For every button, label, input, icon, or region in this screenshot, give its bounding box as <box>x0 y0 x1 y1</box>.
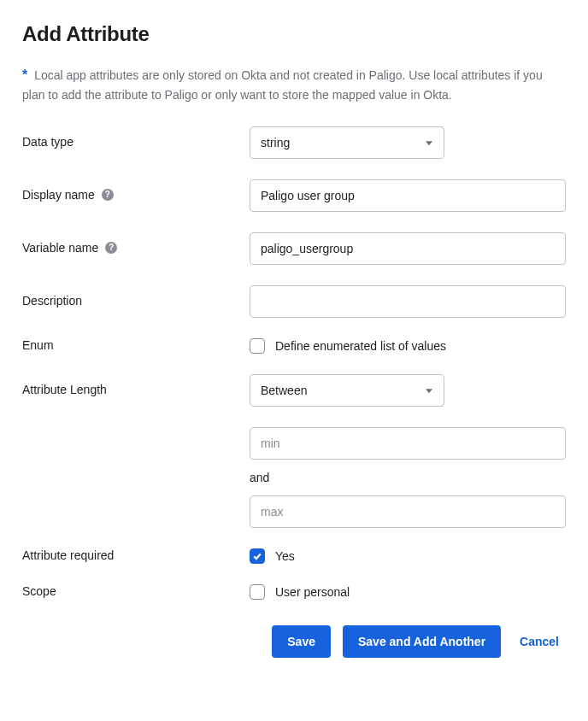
info-message: * Local app attributes are only stored o… <box>22 65 566 104</box>
checkmark-icon <box>252 551 262 561</box>
info-text: Local app attributes are only stored on … <box>22 68 543 102</box>
variable-name-input[interactable] <box>250 232 566 265</box>
cancel-button[interactable]: Cancel <box>513 625 566 658</box>
display-name-label: Display name ? <box>22 179 250 202</box>
help-icon[interactable]: ? <box>105 242 117 254</box>
data-type-select[interactable]: string <box>250 126 444 159</box>
and-text: and <box>250 471 269 484</box>
enum-checkbox[interactable] <box>250 338 265 354</box>
attribute-length-label: Attribute Length <box>22 374 250 396</box>
data-type-label: Data type <box>22 126 250 149</box>
attribute-required-checkbox[interactable] <box>250 548 265 564</box>
enum-label: Enum <box>22 338 250 352</box>
min-input[interactable] <box>250 427 566 460</box>
enum-checkbox-label: Define enumerated list of values <box>275 339 446 353</box>
page-title: Add Attribute <box>22 22 566 46</box>
save-add-another-button[interactable]: Save and Add Another <box>343 625 501 658</box>
attribute-required-checkbox-label: Yes <box>275 549 295 563</box>
description-input[interactable] <box>250 285 566 318</box>
scope-checkbox[interactable] <box>250 584 265 600</box>
display-name-input[interactable] <box>250 179 566 212</box>
variable-name-label: Variable name ? <box>22 232 250 255</box>
max-input[interactable] <box>250 495 566 528</box>
attribute-length-select[interactable]: Between <box>250 374 444 407</box>
description-label: Description <box>22 285 250 308</box>
scope-label: Scope <box>22 584 250 598</box>
attribute-required-label: Attribute required <box>22 548 250 562</box>
help-icon[interactable]: ? <box>102 189 114 201</box>
asterisk-icon: * <box>22 67 27 82</box>
scope-checkbox-label: User personal <box>275 585 350 599</box>
save-button[interactable]: Save <box>272 625 331 658</box>
